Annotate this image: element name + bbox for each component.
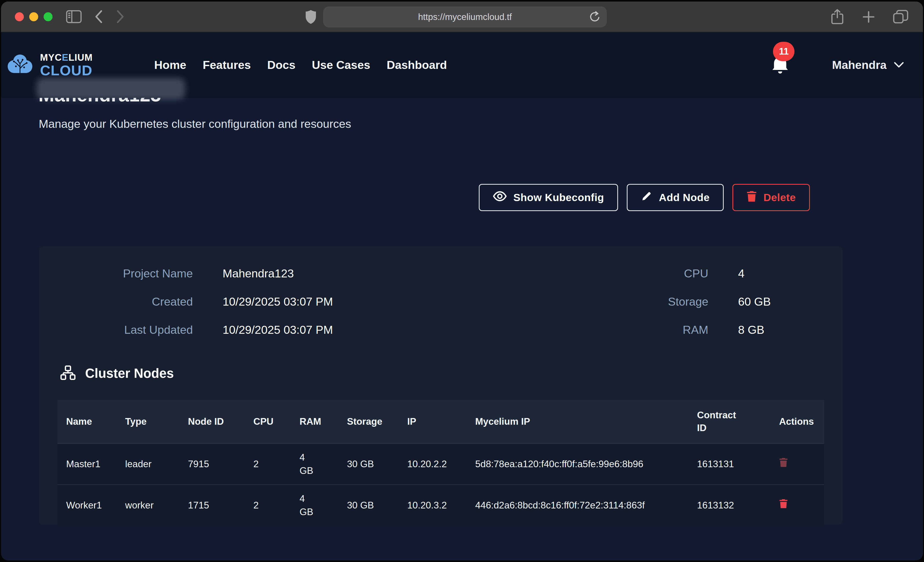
cell-node-id: 1715 [179, 485, 244, 526]
address-bar[interactable]: https://myceliumcloud.tf [323, 6, 607, 27]
new-tab-icon[interactable] [861, 10, 876, 24]
delete-node-button[interactable] [779, 457, 788, 468]
col-name: Name [57, 400, 116, 443]
cell-mycelium-ip: 5d8:78ea:a120:f40c:ff0f:a5fe:99e6:8b96 [466, 443, 688, 485]
cell-storage: 30 GB [338, 443, 399, 485]
window-controls [15, 12, 52, 21]
col-cpu: CPU [244, 400, 291, 443]
browser-window: https://myceliumcloud.tf [1, 1, 923, 561]
cell-contract-id: 1613132 [688, 485, 770, 526]
delete-label: Delete [764, 191, 796, 204]
delete-cluster-button[interactable]: Delete [732, 184, 810, 211]
trash-icon [747, 190, 757, 205]
nav-link-use-cases[interactable]: Use Cases [312, 58, 370, 72]
brand-line2: CLOUD [40, 63, 93, 78]
show-kubeconfig-label: Show Kubeconfig [513, 191, 604, 204]
detail-value: 8 GB [708, 323, 843, 336]
brand-logo[interactable]: MYCELIUM CLOUD [7, 53, 93, 78]
add-node-label: Add Node [659, 191, 710, 204]
notification-count-badge: 11 [773, 42, 795, 61]
cluster-nodes-title: Cluster Nodes [85, 366, 174, 381]
sidebar-toggle-icon[interactable] [66, 10, 82, 23]
cloud-logo-icon [7, 54, 33, 76]
detail-label: Storage [565, 295, 708, 308]
share-icon[interactable] [830, 9, 844, 25]
table-row: Master1 leader 7915 2 4 GB 30 GB 10.20.2… [57, 443, 824, 485]
cell-ram: 4 GB [291, 443, 338, 485]
nav-link-features[interactable]: Features [202, 58, 251, 72]
nav-links: Home Features Docs Use Cases Dashboard [154, 58, 447, 72]
table-row: Worker1 worker 1715 2 4 GB 30 GB 10.20.3… [57, 485, 824, 526]
cell-ip: 10.20.2.2 [399, 443, 466, 485]
col-actions: Actions [770, 400, 824, 443]
cluster-details-card: Project Name Mahendra123 CPU 4 Created 1… [39, 247, 843, 525]
zoom-window-button[interactable] [44, 12, 52, 21]
col-type: Type [116, 400, 179, 443]
col-ip: IP [399, 400, 466, 443]
brand-line1: MYCELIUM [40, 53, 93, 62]
cell-node-id: 7915 [179, 443, 244, 485]
user-menu[interactable]: Mahendra [832, 58, 905, 72]
cell-cpu: 2 [244, 443, 291, 485]
cell-mycelium-ip: 446:d2a6:8bcd:8c16:ff0f:72e2:3114:863f [466, 485, 688, 526]
cell-cpu: 2 [244, 485, 291, 526]
cell-storage: 30 GB [338, 485, 399, 526]
browser-toolbar: https://myceliumcloud.tf [1, 1, 923, 32]
cell-ip: 10.20.3.2 [399, 485, 466, 526]
nav-link-home[interactable]: Home [154, 58, 186, 72]
detail-value: 10/29/2025 03:07 PM [193, 323, 565, 336]
cell-type: worker [116, 485, 179, 526]
close-window-button[interactable] [15, 12, 24, 21]
detail-value: 60 GB [708, 295, 843, 308]
cluster-nodes-header: Cluster Nodes [60, 365, 174, 382]
eye-icon [493, 191, 507, 204]
reload-icon[interactable] [589, 10, 601, 23]
cell-contract-id: 1613131 [688, 443, 770, 485]
col-storage: Storage [338, 400, 399, 443]
show-kubeconfig-button[interactable]: Show Kubeconfig [479, 184, 618, 211]
detail-label: RAM [565, 323, 708, 336]
detail-value: 10/29/2025 03:07 PM [193, 295, 565, 308]
detail-label: Created [39, 295, 193, 308]
col-node-id: Node ID [179, 400, 244, 443]
privacy-blur-patch [36, 78, 185, 99]
detail-label: CPU [565, 267, 708, 280]
detail-value: 4 [708, 267, 843, 280]
cluster-details-grid: Project Name Mahendra123 CPU 4 Created 1… [39, 267, 843, 336]
table-header-row: Name Type Node ID CPU RAM Storage IP Myc… [57, 400, 824, 443]
detail-value: Mahendra123 [193, 267, 565, 280]
cluster-actions: Show Kubeconfig Add Node Delete [479, 184, 810, 211]
col-ram: RAM [291, 400, 338, 443]
col-mycelium-ip: Mycelium IP [466, 400, 688, 443]
tab-overview-icon[interactable] [893, 9, 909, 24]
detail-label: Last Updated [39, 323, 193, 336]
minimize-window-button[interactable] [29, 12, 38, 21]
nav-link-dashboard[interactable]: Dashboard [387, 58, 447, 72]
bell-icon [770, 73, 791, 77]
cell-type: leader [116, 443, 179, 485]
back-button[interactable] [94, 9, 104, 24]
cell-name: Master1 [57, 443, 116, 485]
delete-node-button[interactable] [779, 498, 788, 510]
notifications-button[interactable]: 11 [770, 54, 791, 77]
privacy-shield-icon[interactable] [305, 9, 316, 24]
forward-button[interactable] [115, 9, 125, 24]
chevron-down-icon [893, 61, 905, 70]
cell-ram: 4 GB [291, 485, 338, 526]
cell-name: Worker1 [57, 485, 116, 526]
page-subtitle: Manage your Kubernetes cluster configura… [39, 117, 351, 131]
user-name: Mahendra [832, 58, 886, 72]
cluster-nodes-table: Name Type Node ID CPU RAM Storage IP Myc… [57, 400, 824, 526]
pencil-icon [641, 191, 652, 205]
cell-actions [770, 485, 824, 526]
col-contract-id: Contract ID [688, 400, 770, 443]
detail-label: Project Name [39, 267, 193, 280]
nav-link-docs[interactable]: Docs [267, 58, 296, 72]
url-text: https://myceliumcloud.tf [418, 12, 512, 22]
brand-name: MYCELIUM CLOUD [40, 53, 93, 78]
cell-actions [770, 443, 824, 485]
network-nodes-icon [60, 365, 76, 382]
add-node-button[interactable]: Add Node [627, 184, 724, 211]
